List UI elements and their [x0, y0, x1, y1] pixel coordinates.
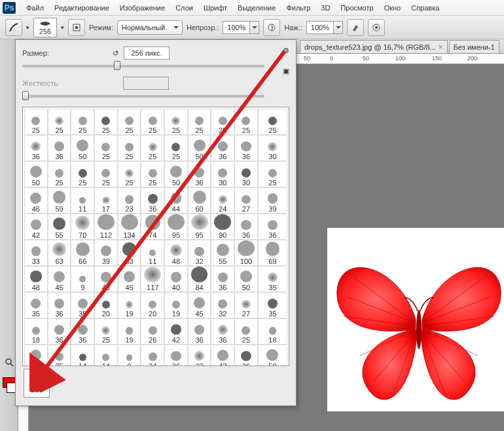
brush-preset-cell[interactable]: 25 — [48, 161, 71, 187]
size-input[interactable]: 256 пикс. — [124, 47, 170, 60]
flow-dropdown[interactable] — [334, 21, 343, 34]
brush-preset-cell[interactable]: 32 — [211, 292, 234, 318]
brush-preset-cell[interactable]: 23 — [118, 187, 141, 214]
brush-preset-cell[interactable]: 36 — [211, 266, 234, 292]
tool-slot[interactable] — [1, 324, 17, 338]
tool-slot[interactable] — [1, 103, 17, 118]
brush-preset-cell[interactable]: 25 — [94, 318, 118, 345]
menu-layers[interactable]: Слои — [170, 2, 198, 14]
opacity-input[interactable]: 100% — [223, 21, 250, 34]
brush-preset-cell[interactable]: 14 — [94, 345, 118, 366]
brush-preset-cell[interactable]: 33 — [188, 345, 211, 366]
brush-preset-cell[interactable]: 19 — [118, 292, 141, 318]
brush-preset-cell[interactable]: 26 — [141, 318, 164, 345]
brush-preset-cell[interactable]: 36 — [164, 345, 188, 366]
selected-brush-preview[interactable]: 256 — [24, 369, 50, 398]
brush-preset-cell[interactable]: 18 — [258, 318, 287, 345]
brush-preset-picker[interactable]: 256 — [33, 18, 57, 37]
tool-slot[interactable] — [1, 182, 17, 197]
brush-preset-cell[interactable]: 25 — [71, 109, 94, 135]
brush-preset-cell[interactable]: 117 — [141, 266, 164, 292]
brush-preset-cell[interactable]: 25 — [118, 161, 141, 187]
brush-preset-cell[interactable]: 50 — [188, 135, 211, 161]
brush-preset-cell[interactable]: 74 — [141, 214, 164, 240]
brush-preset-cell[interactable]: 50 — [234, 266, 258, 292]
brush-preset-cell[interactable]: 18 — [24, 318, 48, 345]
menu-type[interactable]: Шрифт — [198, 2, 232, 14]
brush-preset-cell[interactable]: 19 — [164, 292, 188, 318]
brush-preset-cell[interactable]: 36 — [48, 135, 71, 161]
brush-preset-cell[interactable]: 25 — [71, 161, 94, 187]
menu-filter[interactable]: Фильтр — [281, 2, 315, 14]
brush-preset-cell[interactable]: 36 — [188, 318, 211, 345]
brush-preset-cell[interactable]: 63 — [48, 240, 71, 266]
brush-preset-cell[interactable]: 36 — [24, 135, 48, 161]
tool-slot[interactable] — [1, 276, 17, 291]
brush-preset-cell[interactable]: 95 — [164, 214, 188, 240]
flow-input[interactable]: 100% — [306, 21, 334, 34]
brush-preset-cell[interactable]: 45 — [48, 266, 71, 292]
brush-preset-cell[interactable]: 48 — [164, 240, 188, 266]
pressure-size-icon[interactable] — [368, 19, 385, 36]
brush-preset-cell[interactable]: 36 — [211, 135, 234, 161]
tool-slot[interactable] — [1, 151, 17, 165]
brush-preset-cell[interactable]: 45 — [118, 266, 141, 292]
brush-preset-cell[interactable]: 50 — [71, 135, 94, 161]
brush-preset-cell[interactable]: 42 — [24, 214, 48, 240]
brush-preset-cell[interactable]: 40 — [164, 266, 188, 292]
brush-preset-cell[interactable]: 20 — [141, 292, 164, 318]
brush-preset-cell[interactable]: 35 — [258, 266, 287, 292]
brush-preset-cell[interactable]: 46 — [24, 187, 48, 214]
current-tool-icon[interactable] — [5, 19, 22, 36]
brush-preset-cell[interactable]: 25 — [94, 161, 118, 187]
brush-preset-cell[interactable]: 36 — [71, 318, 94, 345]
tool-slot[interactable] — [1, 198, 17, 212]
brush-preset-cell[interactable]: 25 — [211, 109, 234, 135]
brush-preset-cell[interactable]: 32 — [188, 240, 211, 266]
tool-slot[interactable] — [1, 41, 17, 55]
tool-slot[interactable] — [1, 308, 17, 322]
close-icon[interactable]: × — [439, 43, 443, 52]
brush-panel-toggle[interactable] — [68, 19, 85, 36]
brush-preset-cell[interactable]: 36 — [188, 161, 211, 187]
brush-preset-cell[interactable]: 59 — [48, 187, 71, 214]
brush-preset-cell[interactable]: 24 — [211, 187, 234, 214]
menu-edit[interactable]: Редактирование — [49, 2, 115, 14]
brush-preset-cell[interactable]: 55 — [211, 240, 234, 266]
brush-preset-cell[interactable]: 27 — [234, 187, 258, 214]
document-tab[interactable]: Без имени-1 — [449, 40, 499, 53]
brush-preset-cell[interactable]: 25 — [118, 135, 141, 161]
brush-preset-cell[interactable]: 11 — [71, 187, 94, 214]
opacity-dropdown[interactable] — [250, 21, 259, 34]
brush-preset-cell[interactable]: 39 — [94, 240, 118, 266]
brush-preset-cell[interactable]: 40 — [94, 266, 118, 292]
pressure-opacity-icon[interactable] — [263, 19, 280, 36]
brush-preset-cell[interactable]: 25 — [94, 135, 118, 161]
brush-preset-cell[interactable]: 17 — [94, 187, 118, 214]
brush-preset-cell[interactable]: 35 — [24, 292, 48, 318]
brush-preset-cell[interactable]: 39 — [258, 187, 287, 214]
brush-preset-cell[interactable]: 100 — [234, 240, 258, 266]
brush-preset-cell[interactable]: 44 — [164, 187, 188, 214]
brush-preset-cell[interactable]: 84 — [188, 266, 211, 292]
brush-preset-cell[interactable]: 25 — [94, 109, 118, 135]
gear-icon[interactable]: ⚙ — [283, 47, 289, 55]
menu-view[interactable]: Просмотр — [335, 2, 378, 14]
hardness-input[interactable] — [123, 77, 169, 90]
new-preset-icon[interactable]: ▣ — [283, 67, 289, 75]
brush-preset-cell[interactable]: 25 — [164, 109, 188, 135]
brush-preset-cell[interactable]: 20 — [94, 292, 118, 318]
size-slider[interactable] — [22, 65, 264, 67]
brush-preset-cell[interactable]: 25 — [234, 318, 258, 345]
brush-preset-cell[interactable]: 36 — [48, 292, 71, 318]
brush-preset-cell[interactable]: 14 — [71, 345, 94, 366]
brush-preset-cell[interactable]: 69 — [258, 240, 287, 266]
tool-slot[interactable] — [1, 119, 17, 134]
brush-preset-cell[interactable]: 134 — [118, 214, 141, 240]
hardness-slider[interactable] — [22, 95, 264, 98]
menu-file[interactable]: Файл — [21, 2, 49, 14]
brush-preset-cell[interactable]: 25 — [141, 135, 164, 161]
brush-preset-cell[interactable]: 36 — [234, 345, 258, 366]
brush-preset-cell[interactable]: 48 — [24, 266, 48, 292]
brush-preset-cell[interactable]: 25 — [258, 161, 287, 187]
